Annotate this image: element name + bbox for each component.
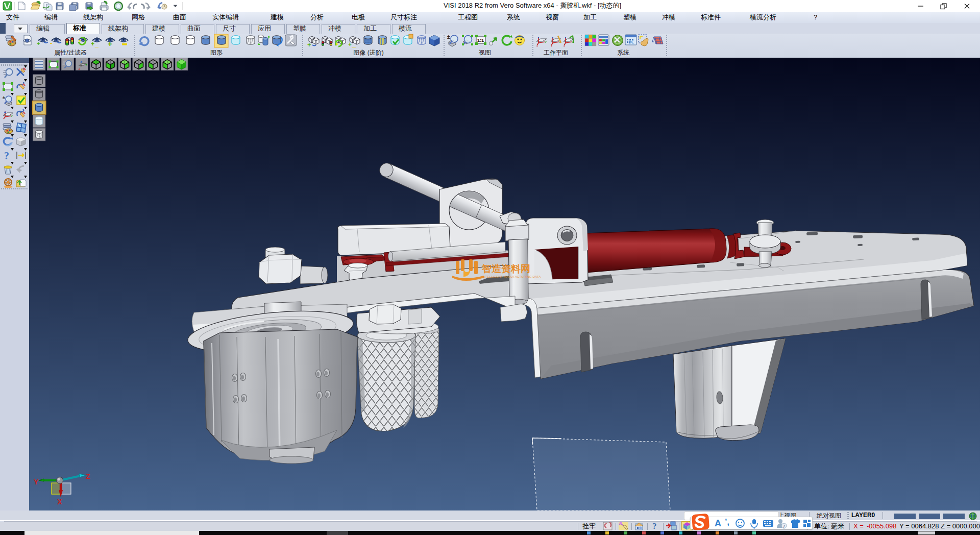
svg-text:-: - <box>50 39 52 47</box>
svg-text:’,: ’, <box>725 518 729 526</box>
svg-text:+: + <box>37 40 40 46</box>
svg-text:INTELLIGENT MANUFACTURING DATA: INTELLIGENT MANUFACTURING DATA <box>482 275 541 278</box>
svg-text:+: + <box>91 40 94 47</box>
svg-text:A: A <box>715 518 721 528</box>
svg-text:智造资料网: 智造资料网 <box>481 263 530 274</box>
svg-text:+: + <box>108 39 112 48</box>
svg-text:±: ± <box>447 34 450 40</box>
svg-text:+: + <box>307 41 311 48</box>
svg-text:?: ? <box>4 150 9 161</box>
svg-text:±: ± <box>3 95 5 100</box>
svg-text:Z: Z <box>86 472 90 480</box>
svg-text:1:1: 1:1 <box>477 38 484 43</box>
svg-text:_: _ <box>352 41 356 48</box>
svg-text:X: X <box>57 498 62 506</box>
svg-text:Y: Y <box>34 478 39 486</box>
svg-text:7: 7 <box>783 524 786 529</box>
svg-text:?: ? <box>652 521 657 530</box>
svg-text:+: + <box>348 41 352 48</box>
svg-text:_: _ <box>94 40 99 48</box>
